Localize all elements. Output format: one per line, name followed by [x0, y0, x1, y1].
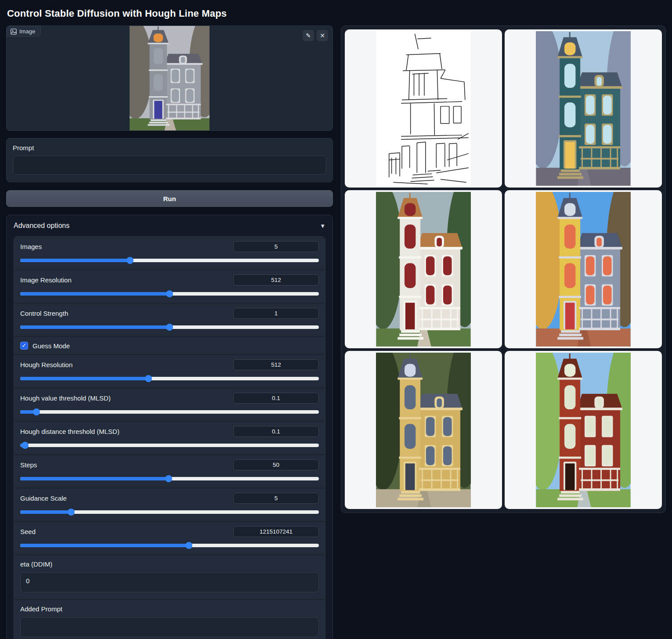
advanced-options-title: Advanced options [14, 222, 69, 230]
textbox-label: Added Prompt [20, 605, 319, 613]
slider-handle[interactable] [145, 375, 152, 382]
slider-value-input[interactable] [233, 274, 319, 285]
hough-line-map-image [376, 31, 471, 186]
slider-value-input[interactable] [233, 241, 319, 252]
image-icon [11, 29, 17, 35]
result-yellow-house-image [536, 192, 631, 347]
slider-track[interactable] [20, 542, 319, 549]
slider-handle[interactable] [68, 509, 75, 516]
slider-track[interactable] [20, 375, 319, 382]
image-input-label: Image [7, 26, 41, 37]
slider-value-input[interactable] [233, 308, 319, 319]
result-red-house-image [536, 353, 631, 507]
slider-value-input[interactable] [233, 493, 319, 504]
slider-handle[interactable] [165, 475, 172, 482]
results-column [341, 25, 666, 513]
textbox-row-added-prompt: Added Prompt [14, 600, 325, 639]
slider-value-input[interactable] [233, 459, 319, 470]
slider-value-input[interactable] [233, 526, 319, 537]
slider-label: Steps [20, 461, 37, 469]
slider-handle[interactable] [185, 542, 192, 549]
image-input-panel: Image ✎ ✕ [6, 25, 333, 131]
textbox-added-prompt[interactable] [20, 617, 319, 637]
slider-track[interactable] [20, 475, 319, 482]
advanced-controls-group: ImagesImage ResolutionControl Strength✓G… [14, 236, 325, 639]
gallery-item-1-hough-line-map[interactable] [345, 29, 502, 188]
slider-label: Image Resolution [20, 276, 72, 284]
slider-track[interactable] [20, 442, 319, 449]
slider-value-input[interactable] [233, 426, 319, 437]
uploaded-house-photo [130, 26, 210, 130]
slider-row-hough-resolution: Hough Resolution [14, 355, 325, 388]
slider-value-input[interactable] [233, 359, 319, 370]
output-gallery [341, 25, 666, 513]
slider-handle[interactable] [166, 324, 173, 331]
app-root: Control Stable Diffusion with Hough Line… [0, 0, 672, 639]
slider-row-guidance-scale: Guidance Scale [14, 488, 325, 522]
gallery-item-4-result-yellow-house[interactable] [505, 190, 662, 348]
slider-row-control-strength: Control Strength [14, 303, 325, 337]
slider-row-steps: Steps [14, 455, 325, 488]
clear-image-button[interactable]: ✕ [317, 30, 328, 41]
slider-label: Guidance Scale [20, 495, 67, 502]
slider-handle[interactable] [166, 290, 173, 297]
page-title: Control Stable Diffusion with Hough Line… [7, 8, 666, 19]
prompt-block: Prompt [6, 138, 333, 182]
slider-track[interactable] [20, 257, 319, 264]
prompt-label: Prompt [13, 144, 326, 152]
prompt-input[interactable] [13, 155, 326, 175]
collapse-arrow-icon: ▼ [320, 223, 325, 229]
slider-handle[interactable] [22, 442, 29, 449]
output-gallery-grid [345, 29, 662, 509]
slider-row-seed: Seed [14, 522, 325, 555]
slider-track[interactable] [20, 324, 319, 331]
slider-value-input[interactable] [233, 393, 319, 404]
checkbox-guess-mode[interactable]: ✓ [20, 342, 28, 350]
slider-row-image-resolution: Image Resolution [14, 270, 325, 303]
result-white-house-image [376, 192, 471, 347]
slider-label: Images [20, 243, 42, 250]
advanced-options-header[interactable]: Advanced options ▼ [7, 215, 332, 235]
checkbox-label: Guess Mode [33, 342, 70, 350]
gallery-item-6-result-red-house[interactable] [505, 351, 662, 509]
result-teal-house-image [536, 31, 631, 186]
slider-label: Hough Resolution [20, 361, 72, 368]
edit-image-button[interactable]: ✎ [303, 30, 314, 41]
slider-label: Hough distance threshold (MLSD) [20, 428, 119, 435]
slider-label: Control Strength [20, 310, 68, 317]
slider-row-images: Images [14, 237, 325, 270]
slider-handle[interactable] [33, 408, 40, 415]
slider-handle[interactable] [126, 257, 134, 264]
checkbox-row-guess-mode: ✓Guess Mode [14, 337, 325, 355]
controls-column: Image ✎ ✕ Prompt Run Advanced options ▼ … [6, 25, 333, 639]
slider-track[interactable] [20, 509, 319, 516]
slider-track[interactable] [20, 408, 319, 415]
run-button[interactable]: Run [6, 190, 333, 207]
gallery-item-3-result-white-house[interactable] [345, 190, 502, 348]
textbox-eta-ddim[interactable] [20, 572, 319, 592]
gallery-item-5-result-gold-house[interactable] [345, 351, 502, 509]
slider-row-hough-distance-threshold-mlsd: Hough distance threshold (MLSD) [14, 422, 325, 455]
advanced-options-accordion: Advanced options ▼ ImagesImage Resolutio… [6, 215, 333, 639]
gallery-item-2-result-teal-house[interactable] [505, 29, 662, 188]
textbox-row-eta-ddim: eta (DDIM) [14, 555, 325, 600]
slider-row-hough-value-threshold-mlsd: Hough value threshold (MLSD) [14, 388, 325, 422]
textbox-label: eta (DDIM) [20, 560, 319, 568]
result-gold-house-image [376, 353, 471, 507]
slider-track[interactable] [20, 290, 319, 297]
slider-label: Hough value threshold (MLSD) [20, 394, 111, 402]
slider-label: Seed [20, 528, 36, 535]
